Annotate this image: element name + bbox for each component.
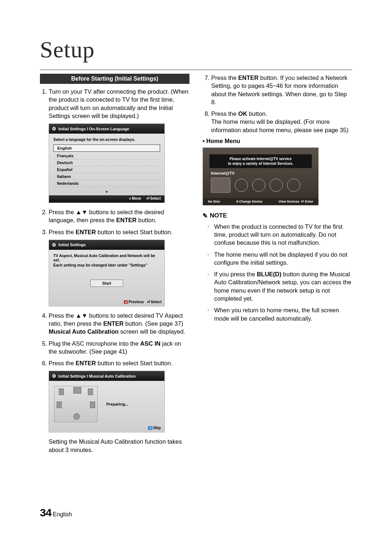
view-devices-hint: View Devices ⏎ Enter [279,200,313,203]
change-device-hint: d Change Device [236,200,263,203]
key-d-icon: d [148,426,152,430]
home-icon-row [211,178,310,193]
left-column: Before Starting (Initial Settings) Turn … [40,74,189,457]
screenshot2-title-text: Initial Settings [58,243,86,247]
screenshot2-footer: aPrevious ⏎ Select [49,298,164,306]
chevron-down-icon: ▼ [53,190,160,194]
note-item-2: The home menu will not be displayed if y… [208,251,352,267]
gear-icon: ⚙ [52,373,56,379]
screenshot3-titlebar: ⚙ Initial Settings I Musical Auto Calibr… [49,371,164,381]
title-divider [40,70,352,70]
note-item-1: When the product is connected to TV for … [208,223,352,247]
select-hint: ⏎ Select [146,196,161,200]
screenshot-home-menu: Please activate Internet@TV service to e… [203,147,319,206]
home-banner: Please activate Internet@TV service to e… [209,154,312,168]
home-circle-icon[interactable] [235,179,248,192]
section-header: Before Starting (Initial Settings) [40,74,189,84]
screenshot-footer: ♦ Move ⏎ Select [49,195,164,203]
internet-tv-label: Internet@TV [211,171,318,175]
preparing-text: Preparing... [106,402,128,406]
right-column: Press the ENTER button. If you selected … [203,74,352,457]
screenshot2-line1: TV Aspect, Musical Auto Calibration and … [53,253,160,262]
step-8: Press the OK button. The home menu will … [211,110,352,134]
note-item-4: When you return to home menu, the full s… [208,306,352,322]
screenshot3-title-text: Initial Settings I Musical Auto Calibrat… [58,374,136,378]
step-4: Press the ▲▼ buttons to select desired T… [49,312,189,336]
screenshot-mac: ⚙ Initial Settings I Musical Auto Calibr… [49,371,165,432]
step-3: Press the ENTER button to select Start b… [49,228,189,236]
language-option-english[interactable]: English [53,145,160,152]
step-7: Press the ENTER button. If you selected … [211,74,352,106]
start-button[interactable]: Start [90,280,123,287]
screenshot2-line2: Each setting may be changed later under … [53,263,160,267]
home-circle-icon[interactable] [287,179,300,192]
step-1: Turn on your TV after connecting the pro… [49,88,189,120]
language-option-nederlands[interactable]: Nederlands [53,180,160,187]
language-option-francais[interactable]: Français [53,152,160,159]
step-5: Plug the ASC microphone into the ASC IN … [49,339,189,356]
after-step6-text: Setting the Musical Auto Calibration fun… [49,438,189,454]
home-circle-icon[interactable] [270,179,283,192]
step-2: Press the ▲▼ buttons to select the desir… [49,208,189,224]
home-menu-heading: • Home Menu [203,138,352,145]
language-option-deutsch[interactable]: Deutsch [53,159,160,166]
key-a-icon: a [124,300,128,304]
home-circle-icon[interactable] [252,179,265,192]
language-prompt: Select a language for the on-screen disp… [53,137,160,142]
note-heading: ✎ NOTE [203,212,352,220]
screenshot2-titlebar: ⚙ Initial Settings [49,240,164,250]
gear-icon: ⚙ [52,126,56,131]
note-item-3: If you press the BLUE(D) button during t… [208,270,352,302]
speaker-diagram [54,386,98,422]
page-title: Setup [40,36,352,63]
language-option-italiano[interactable]: Italiano [53,173,160,180]
screenshot3-footer: dSkip [49,424,164,432]
language-list: English Français Deutsch Español Italian… [53,145,160,187]
move-hint: ♦ Move [129,196,141,200]
language-option-espanol[interactable]: Español [53,166,160,173]
step-6: Press the ENTER button to select Start b… [49,359,189,367]
home-footer: No Disc d Change Device View Devices ⏎ E… [203,198,318,205]
screenshot-titlebar: ⚙ Initial Settings I On-Screen Language [49,124,164,134]
gear-icon: ⚙ [52,242,56,248]
screenshot-title-text: Initial Settings I On-Screen Language [58,127,129,131]
page-number: 34 English [40,507,72,519]
screenshot-initial-settings: ⚙ Initial Settings TV Aspect, Musical Au… [49,240,165,306]
home-tile-icon[interactable] [211,178,230,193]
no-disc-label: No Disc [208,200,220,203]
pencil-icon: ✎ [203,212,208,220]
screenshot-language: ⚙ Initial Settings I On-Screen Language … [49,123,165,203]
